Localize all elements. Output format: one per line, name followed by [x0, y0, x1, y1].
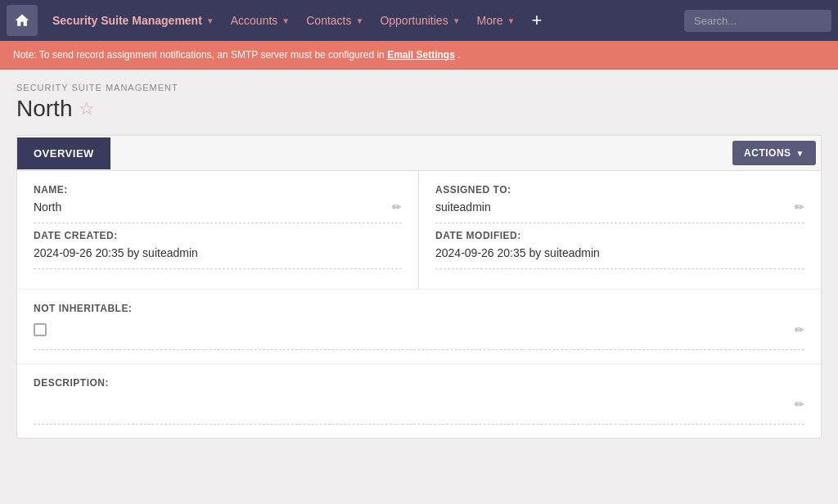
field-not-inheritable-section: NOT INHERITABLE: ✏ [17, 289, 821, 363]
favorite-star-icon[interactable]: ☆ [79, 98, 95, 119]
nav-contacts[interactable]: Contacts ▼ [298, 0, 372, 41]
app-name-caret: ▼ [206, 16, 214, 25]
accounts-caret: ▼ [282, 16, 290, 25]
add-button[interactable]: + [523, 10, 550, 31]
contacts-label: Contacts [306, 14, 351, 27]
opportunities-label: Opportunities [380, 14, 448, 27]
actions-caret: ▼ [796, 149, 804, 158]
assigned-to-value: suiteadmin [435, 200, 491, 214]
actions-button[interactable]: ACTIONS ▼ [732, 141, 816, 165]
name-value: North [34, 200, 61, 214]
name-edit-icon[interactable]: ✏ [392, 200, 402, 214]
field-assigned-to: ASSIGNED TO: suiteadmin ✏ [435, 184, 804, 223]
nav-opportunities[interactable]: Opportunities ▼ [372, 0, 468, 41]
description-value-row: ✏ [34, 392, 804, 425]
nav-accounts[interactable]: Accounts ▼ [223, 0, 299, 41]
date-created-value: 2024-09-26 20:35 by suiteadmin [34, 246, 198, 259]
col-name: NAME: North ✏ DATE CREATED: 2024-09-26 2… [17, 171, 419, 289]
navigation: Security Suite Management ▼ Accounts ▼ C… [0, 0, 838, 41]
assigned-to-value-row: suiteadmin ✏ [435, 199, 804, 223]
actions-label: ACTIONS [744, 147, 791, 159]
more-caret: ▼ [507, 16, 515, 25]
page-content: Security Suite Management North ☆ OVERVI… [0, 70, 838, 452]
date-created-label: DATE CREATED: [34, 230, 402, 241]
assigned-to-label: ASSIGNED TO: [435, 184, 804, 196]
not-inheritable-edit-icon[interactable]: ✏ [795, 323, 804, 336]
opportunities-caret: ▼ [453, 16, 461, 25]
email-settings-link[interactable]: Email Settings [387, 49, 455, 61]
not-inheritable-checkbox[interactable] [34, 323, 47, 336]
field-date-created: DATE CREATED: 2024-09-26 20:35 by suitea… [34, 230, 402, 269]
home-button[interactable] [7, 5, 38, 36]
breadcrumb: Security Suite Management [16, 83, 822, 92]
col-assigned: ASSIGNED TO: suiteadmin ✏ DATE MODIFIED:… [419, 171, 821, 289]
field-description-section: DESCRIPTION: ✏ [17, 363, 821, 438]
not-inheritable-value-row: ✏ [34, 317, 804, 350]
nav-more[interactable]: More ▼ [469, 0, 524, 41]
not-inheritable-label: NOT INHERITABLE: [34, 303, 804, 314]
notification-banner: Note: To send record assignment notifica… [0, 41, 838, 70]
field-date-modified: DATE MODIFIED: 2024-09-26 20:35 by suite… [435, 230, 804, 269]
card-tabs: OVERVIEW ACTIONS ▼ [17, 136, 821, 171]
assigned-to-edit-icon[interactable]: ✏ [795, 200, 804, 214]
description-label: DESCRIPTION: [34, 377, 804, 389]
field-name: NAME: North ✏ [34, 184, 402, 223]
contacts-caret: ▼ [355, 16, 363, 25]
name-value-row: North ✏ [34, 199, 402, 223]
card-body: NAME: North ✏ DATE CREATED: 2024-09-26 2… [17, 171, 821, 438]
app-name-label: Security Suite Management [52, 14, 202, 27]
date-modified-value-row: 2024-09-26 20:35 by suiteadmin [435, 245, 804, 269]
date-modified-label: DATE MODIFIED: [435, 230, 804, 241]
date-created-value-row: 2024-09-26 20:35 by suiteadmin [34, 245, 402, 269]
detail-grid-top: NAME: North ✏ DATE CREATED: 2024-09-26 2… [17, 171, 821, 289]
banner-suffix: . [457, 49, 460, 61]
nav-app-name[interactable]: Security Suite Management ▼ [44, 0, 223, 41]
more-label: More [477, 14, 503, 27]
page-title-row: North ☆ [16, 96, 822, 122]
search-input[interactable] [684, 10, 831, 32]
description-edit-icon[interactable]: ✏ [795, 398, 804, 411]
date-modified-value: 2024-09-26 20:35 by suiteadmin [435, 246, 600, 259]
accounts-label: Accounts [231, 14, 278, 27]
tab-overview[interactable]: OVERVIEW [17, 137, 110, 169]
name-label: NAME: [34, 184, 402, 196]
page-title: North [16, 96, 72, 122]
banner-text: Note: To send record assignment notifica… [13, 49, 387, 61]
add-icon: + [531, 10, 542, 31]
detail-card: OVERVIEW ACTIONS ▼ NAME: North ✏ [16, 135, 822, 439]
